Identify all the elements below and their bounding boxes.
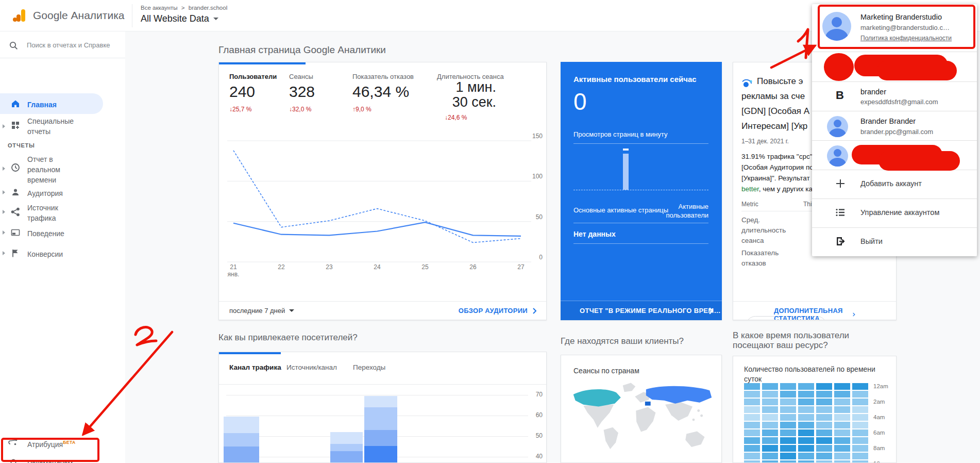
y-tick-label: 40 (526, 453, 543, 460)
geo-card-title: Сеансы по странам (573, 367, 639, 375)
realtime-card: Активные пользователи сейчас 0 Просмотро… (561, 62, 722, 320)
realtime-report-link[interactable]: ОТЧЕТ "В РЕЖИМЕ РЕАЛЬНОГО ВРЕМ… (580, 307, 721, 315)
y-tick-label: 100 (532, 173, 543, 180)
avatar (827, 116, 848, 137)
account-name: Marketing Branderstudio (860, 13, 942, 21)
heatmap-cell (780, 383, 796, 390)
insight-body: 31.91% трафика "cpc" [Особая Аудитория п… (741, 151, 814, 194)
heatmap-cell (744, 391, 760, 398)
sidebar-item-conversions[interactable]: Конверсии (0, 248, 113, 260)
heatmap-cell (852, 445, 868, 452)
active-users-header: Активныепользователи (666, 202, 708, 220)
grid-line (226, 395, 528, 395)
heatmap-row-label: 4am (873, 414, 894, 420)
chevron-right-icon (853, 311, 855, 318)
expand-caret-icon (3, 167, 5, 171)
stacked-bar-segment (364, 396, 397, 407)
search-input[interactable]: Поиск в отчетах и Справке (0, 31, 125, 58)
heatmap-row-label: 2am (873, 399, 894, 405)
search-placeholder: Поиск в отчетах и Справке (27, 41, 120, 49)
heatmap-cell (780, 414, 796, 421)
divider (812, 199, 977, 199)
stacked-bar-segment (224, 433, 259, 447)
heatmap-cell (834, 429, 850, 436)
breadcrumb-account[interactable]: brander.school (189, 5, 227, 11)
heatmap-cell (744, 453, 760, 459)
sidebar-item-realtime[interactable]: Отчет в реальном времени (0, 153, 113, 186)
heatmap-cell (816, 429, 832, 436)
sidebar-item-label: Поведение (27, 228, 81, 239)
heatmap-cell (762, 406, 778, 413)
heatmap-cell (780, 437, 796, 444)
heatmap-cell (744, 414, 760, 421)
heatmap-cell (816, 422, 832, 428)
expand-caret-icon (3, 251, 5, 255)
intelligence-icon (741, 78, 753, 90)
divider (573, 243, 708, 244)
time-of-day-question: В какое время пользователипосещают ваш р… (733, 330, 849, 350)
heatmap-cell (834, 460, 850, 463)
heatmap-cell (834, 422, 850, 428)
divider (812, 140, 977, 141)
breadcrumb-root[interactable]: Все аккаунты (141, 5, 178, 11)
heatmap-cell (780, 429, 796, 436)
heatmap-cell (816, 453, 832, 459)
ga-logo[interactable]: Google Аналитика (11, 8, 125, 23)
heatmap-cell (852, 460, 868, 463)
heatmap-cell (762, 391, 778, 398)
annotation-digit-1 (798, 29, 808, 58)
sidebar-item-attribution[interactable]: АтрибуцияБЕТА (0, 436, 113, 449)
sidebar-item-behavior[interactable]: Поведение (0, 227, 113, 240)
world-map (566, 381, 718, 462)
audience-overview-link[interactable]: ОБЗОР АУДИТОРИИ (459, 307, 537, 315)
y-tick-label: 60 (526, 411, 543, 419)
heatmap-cell (762, 429, 778, 436)
date-range-selector[interactable]: последние 7 дней (229, 307, 294, 315)
realtime-bar-cap (623, 148, 629, 151)
divider (812, 170, 977, 170)
more-insights-link[interactable]: ДОПОЛНИТЕЛЬНАЯ СТАТИСТИКА (774, 307, 855, 320)
x-tick-label: 25 (421, 263, 429, 271)
flag-icon (10, 248, 21, 258)
breadcrumb[interactable]: Все аккаунты > brander.school (141, 5, 229, 11)
heatmap-cell (762, 460, 778, 463)
x-tick-label: 24 (374, 263, 381, 271)
account-menu: Marketing Branderstudio marketing@brande… (812, 4, 977, 256)
property-selector[interactable]: All Website Data (141, 13, 218, 24)
sidebar-item-audience[interactable]: Аудитория (0, 187, 113, 200)
sidebar-item-label: Специальные отчеты (27, 116, 81, 137)
heatmap-row-label: 12am (873, 383, 894, 389)
page-title: Главная страница Google Аналитики (218, 44, 386, 56)
behavior-icon (10, 227, 21, 238)
sidebar-item-acquisition[interactable]: Источник трафика (0, 202, 113, 224)
sidebar-item-recommendations[interactable]: Рекомендуем (0, 457, 113, 463)
heatmap-cell (780, 391, 796, 398)
y-tick-label: 70 (526, 391, 543, 398)
time-of-day-card: Количество пользователей по временисуток… (733, 356, 897, 463)
account-name: Brander Brander (860, 117, 916, 125)
heatmap-cell (744, 445, 760, 452)
header-divider (132, 4, 132, 27)
heatmap-cell (852, 437, 868, 444)
property-name: All Website Data (141, 13, 209, 24)
plus-icon (835, 178, 846, 189)
heatmap-cell (744, 383, 760, 390)
chart-baseline (573, 190, 708, 190)
letter-avatar: B (833, 89, 847, 102)
insight-title-line: [GDN] [Особая А (741, 104, 809, 119)
account-email: expesddfdsfrt@gmail.com (860, 98, 938, 106)
metric-delta: ↓24,6 % (445, 114, 467, 121)
privacy-policy-link[interactable]: Политика конфиденциальности (860, 35, 952, 42)
stacked-bar-segment (330, 444, 363, 451)
sidebar-item-custom-reports[interactable]: Специальные отчеты (0, 115, 113, 140)
overview-card-footer: последние 7 дней ОБЗОР АУДИТОРИИ (219, 301, 546, 320)
heatmap-cell (744, 429, 760, 436)
sidebar-item-home[interactable]: Главная (0, 93, 103, 114)
beta-badge: БЕТА (63, 440, 76, 445)
x-tick-label: 27 (517, 263, 525, 271)
stacked-bar-segment (364, 407, 397, 430)
divider (812, 52, 977, 52)
heatmap-cell (834, 445, 850, 452)
heatmap-cell (852, 399, 868, 405)
chevron-down-icon (213, 18, 218, 20)
